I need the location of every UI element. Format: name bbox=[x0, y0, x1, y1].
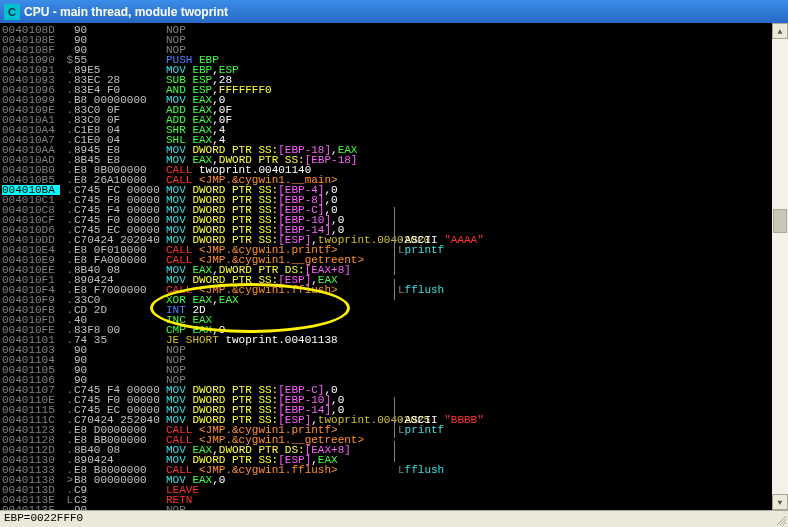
scroll-up-button[interactable]: ▲ bbox=[772, 23, 788, 39]
hex-bytes: B8 00000000 bbox=[74, 475, 166, 485]
disasm-row[interactable]: 0040113D . C9LEAVE bbox=[2, 485, 772, 495]
disasm-row[interactable]: 004010F9 . 33C0XOR EAX,EAX bbox=[2, 295, 772, 305]
disassembly-panel[interactable]: 0040108D 90NOP0040108E 90NOP0040108F 90N… bbox=[0, 23, 772, 510]
hex-bytes: 90 bbox=[74, 345, 166, 355]
hex-bytes: 90 bbox=[74, 35, 166, 45]
hex-bytes: CD 2D bbox=[74, 305, 166, 315]
hex-bytes: C3 bbox=[74, 495, 166, 505]
disasm-row[interactable]: 00401104 90NOP bbox=[2, 355, 772, 365]
disasm-row[interactable]: 0040112D . 8B40 08MOV EAX,DWORD PTR DS:[… bbox=[2, 445, 772, 455]
hex-bytes: 90 bbox=[74, 355, 166, 365]
disasm-row[interactable]: 0040108E 90NOP bbox=[2, 35, 772, 45]
hex-bytes: C9 bbox=[74, 485, 166, 495]
disasm-row[interactable]: 0040113E L C3RETN bbox=[2, 495, 772, 505]
disasm-row[interactable]: 00401101 . 74 35JE SHORT twoprint.004011… bbox=[2, 335, 772, 345]
resize-grip[interactable] bbox=[774, 513, 786, 525]
hex-bytes: 74 35 bbox=[74, 335, 166, 345]
disasm-row[interactable]: 00401105 90NOP bbox=[2, 365, 772, 375]
content-area: 0040108D 90NOP0040108E 90NOP0040108F 90N… bbox=[0, 23, 788, 510]
statusbar: EBP=0022FFF0 bbox=[0, 510, 788, 527]
disasm-row[interactable]: 004010FB . CD 2DINT 2D bbox=[2, 305, 772, 315]
mnemonic: JE SHORT twoprint.00401138 bbox=[166, 335, 338, 345]
bracket-line bbox=[394, 397, 395, 438]
comment: Lprintf bbox=[398, 425, 444, 435]
hex-bytes: 90 bbox=[74, 45, 166, 55]
vertical-scrollbar[interactable]: ▲ ▼ bbox=[772, 23, 788, 510]
disasm-row[interactable]: 004010FE . 83F8 00CMP EAX,0 bbox=[2, 325, 772, 335]
bracket-line bbox=[394, 441, 395, 462]
disasm-row[interactable]: 00401090 $ 55PUSH EBP bbox=[2, 55, 772, 65]
status-text: EBP=0022FFF0 bbox=[4, 512, 83, 524]
comment: Lfflush bbox=[398, 285, 444, 295]
app-icon: C bbox=[4, 4, 20, 20]
window-title: CPU - main thread, module twoprint bbox=[24, 5, 228, 19]
disasm-row[interactable]: 00401138 > B8 00000000MOV EAX,0 bbox=[2, 475, 772, 485]
disasm-row[interactable]: 0040108F 90NOP bbox=[2, 45, 772, 55]
scrollbar-thumb[interactable] bbox=[773, 209, 787, 233]
comment: Lfflush bbox=[398, 465, 444, 475]
scroll-down-button[interactable]: ▼ bbox=[772, 494, 788, 510]
disasm-row[interactable]: 004010EE . 8B40 08MOV EAX,DWORD PTR DS:[… bbox=[2, 265, 772, 275]
bracket-line bbox=[394, 279, 395, 300]
comment: Lprintf bbox=[398, 245, 444, 255]
disasm-row[interactable]: 0040108D 90NOP bbox=[2, 25, 772, 35]
hex-bytes: 90 bbox=[74, 25, 166, 35]
hex-bytes: 90 bbox=[74, 365, 166, 375]
disasm-row[interactable]: 004010F4 . E8 F7000000CALL <JMP.&cygwin1… bbox=[2, 285, 772, 295]
disasm-row[interactable]: 00401103 90NOP bbox=[2, 345, 772, 355]
scrollbar-track[interactable] bbox=[772, 39, 788, 494]
bracket-line bbox=[394, 207, 395, 275]
titlebar[interactable]: C CPU - main thread, module twoprint bbox=[0, 0, 788, 23]
